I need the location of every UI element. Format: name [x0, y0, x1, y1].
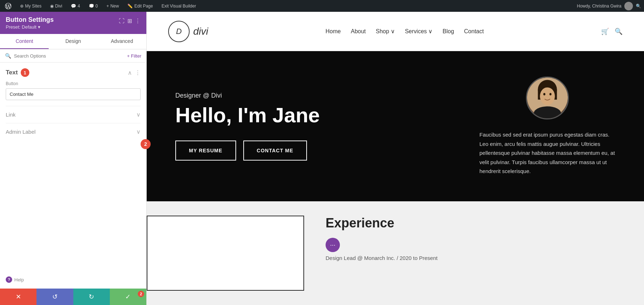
my-sites-icon: ⊕: [20, 4, 24, 9]
close-icon: ✕: [16, 293, 21, 301]
panel-content: Text 1 ∧ ⋮ Button Link ∨: [0, 63, 146, 271]
edit-page-button[interactable]: ✏️ Edit Page: [125, 0, 155, 12]
right-panel: D divi Home About Shop ∨ Services ∨ Blog…: [147, 12, 644, 305]
divi-menu[interactable]: ◉ Divi: [48, 0, 64, 12]
comments-count: 4: [78, 4, 80, 9]
cart-icon[interactable]: 🛒: [601, 28, 609, 35]
save-button[interactable]: ✓ 2: [110, 289, 146, 305]
bottom-bar: ✕ ↺ ↻ ✓ 2: [0, 289, 146, 305]
text-section-badge: 1: [21, 68, 29, 77]
experience-title: Experience: [326, 216, 615, 231]
section-more-icon[interactable]: ⋮: [135, 69, 141, 76]
text-section-header: Text 1 ∧ ⋮: [6, 68, 141, 77]
undo-button[interactable]: ↺: [36, 289, 73, 305]
divi-label: Divi: [55, 4, 62, 9]
admin-bar: ⊕ My Sites ◉ Divi 💬 4 💭 0 + New ✏️ Edit …: [0, 0, 644, 12]
save-badge: 2: [138, 291, 144, 297]
site-logo: D divi: [168, 21, 208, 42]
tab-content[interactable]: Content: [0, 34, 49, 49]
site-nav: D divi Home About Shop ∨ Services ∨ Blog…: [147, 12, 644, 51]
search-nav-icon[interactable]: 🔍: [615, 28, 623, 35]
button-text-input[interactable]: [6, 88, 141, 100]
hero-right: Faucibus sed sed erat ipsum purus egesta…: [479, 77, 615, 176]
main-layout: Button Settings Preset: Default ▾ ⛶ ⊞ ⋮ …: [0, 12, 644, 305]
link-chevron-icon: ∨: [136, 111, 141, 118]
avatar-image: [527, 78, 568, 118]
edit-icon: ✏️: [127, 4, 133, 9]
search-input[interactable]: [14, 53, 124, 59]
tab-design[interactable]: Design: [49, 34, 97, 49]
hero-buttons: MY RESUME CONTACT ME: [175, 141, 458, 161]
pending-count: 0: [96, 4, 98, 9]
search-bar: 🔍 + Filter: [0, 49, 146, 63]
new-label: New: [110, 4, 119, 9]
admin-label-title: Admin Label: [6, 129, 35, 135]
exp-detail: Design Lead @ Monarch Inc. / 2020 to Pre…: [326, 255, 615, 261]
left-panel: Button Settings Preset: Default ▾ ⛶ ⊞ ⋮ …: [0, 12, 147, 305]
hero-title: Hello, I'm Jane: [175, 104, 458, 127]
nav-links: Home About Shop ∨ Services ∨ Blog Contac…: [326, 28, 484, 35]
step-2-badge: 2: [141, 139, 151, 149]
fullscreen-icon[interactable]: ⛶: [119, 18, 125, 24]
comments-menu[interactable]: 💬 4: [69, 0, 82, 12]
button-field-group: Button: [6, 81, 141, 100]
section-actions: ∧ ⋮: [128, 69, 141, 76]
svg-point-3: [540, 88, 555, 105]
panel-title: Button Settings: [6, 16, 54, 24]
my-sites-label: My Sites: [25, 4, 42, 9]
search-admin-icon[interactable]: 🔍: [636, 4, 641, 9]
svg-point-4: [543, 93, 546, 95]
nav-home[interactable]: Home: [326, 28, 341, 35]
search-icon: 🔍: [5, 53, 11, 59]
pending-menu[interactable]: 💭 0: [87, 0, 100, 12]
redo-icon: ↻: [89, 293, 94, 301]
logo-text: divi: [193, 26, 208, 37]
exit-builder-button[interactable]: Exit Visual Builder: [159, 0, 198, 12]
nav-shop[interactable]: Shop ∨: [376, 28, 395, 35]
nav-blog[interactable]: Blog: [443, 28, 454, 35]
panel-preset[interactable]: Preset: Default ▾: [6, 24, 54, 30]
experience-item: ··· Design Lead @ Monarch Inc. / 2020 to…: [326, 238, 615, 261]
hero-description: Faucibus sed sed erat ipsum purus egesta…: [479, 130, 615, 176]
admin-bar-right: Howdy, Christina Gwira 🔍: [577, 2, 641, 10]
new-icon: +: [106, 4, 109, 9]
pending-icon: 💭: [89, 4, 94, 9]
new-menu[interactable]: + New: [104, 0, 121, 12]
shop-chevron-icon: ∨: [391, 28, 395, 35]
link-section-header[interactable]: Link ∨: [6, 111, 141, 118]
filter-button[interactable]: + Filter: [127, 53, 141, 59]
more-options-icon[interactable]: ⋮: [135, 18, 141, 24]
help-icon: ?: [6, 276, 12, 283]
hero-section: Designer @ Divi Hello, I'm Jane MY RESUM…: [147, 51, 644, 201]
wordpress-icon[interactable]: [3, 0, 14, 12]
nav-icons: 🛒 🔍: [601, 28, 623, 35]
resume-button[interactable]: MY RESUME: [175, 141, 236, 161]
nav-contact[interactable]: Contact: [464, 28, 484, 35]
logo-icon: D: [168, 21, 190, 42]
my-sites-menu[interactable]: ⊕ My Sites: [18, 0, 44, 12]
contact-me-button[interactable]: CONTACT ME: [243, 141, 307, 161]
experience-section: Experience ··· Design Lead @ Monarch Inc…: [147, 201, 644, 305]
comments-icon: 💬: [71, 4, 76, 9]
user-avatar: [624, 2, 633, 10]
undo-icon: ↺: [52, 293, 58, 301]
experience-left-panel: [147, 216, 304, 291]
panel-tabs: Content Design Advanced: [0, 34, 146, 49]
nav-services[interactable]: Services ∨: [405, 28, 433, 35]
close-button[interactable]: ✕: [0, 289, 36, 305]
tab-advanced[interactable]: Advanced: [98, 34, 146, 49]
save-icon: ✓: [125, 293, 131, 301]
exp-icon: ···: [326, 238, 340, 252]
avatar: [526, 77, 569, 119]
collapse-icon[interactable]: ∧: [128, 69, 132, 76]
edit-page-label: Edit Page: [134, 4, 153, 9]
link-section-title: Link: [6, 112, 16, 118]
help-section[interactable]: ? Help: [0, 271, 146, 289]
nav-about[interactable]: About: [351, 28, 366, 35]
layout-icon[interactable]: ⊞: [127, 18, 132, 24]
panel-header: Button Settings Preset: Default ▾ ⛶ ⊞ ⋮: [0, 12, 146, 34]
admin-label-header[interactable]: Admin Label ∨: [6, 128, 141, 135]
hero-subtitle: Designer @ Divi: [175, 92, 458, 99]
admin-label-chevron-icon: ∨: [136, 128, 141, 135]
redo-button[interactable]: ↻: [73, 289, 110, 305]
